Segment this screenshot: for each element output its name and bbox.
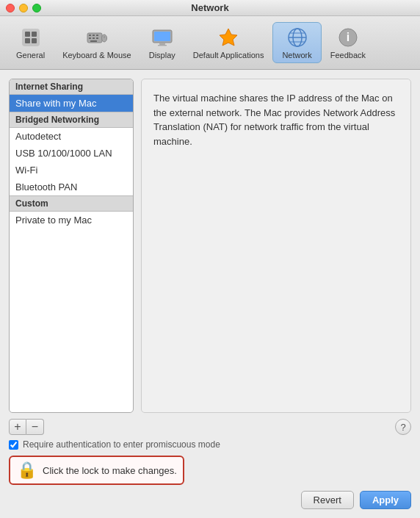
svg-rect-0 <box>22 29 40 46</box>
apply-button[interactable]: Apply <box>360 491 411 509</box>
toolbar-label-default-applications: Default Applications <box>193 51 264 60</box>
lock-area[interactable]: 🔒 Click the lock to make changes. <box>9 456 184 485</box>
right-panel: The virtual machine shares the IP addres… <box>141 79 411 413</box>
toolbar-item-feedback[interactable]: i Feedback <box>322 23 374 62</box>
svg-rect-1 <box>25 32 30 37</box>
svg-rect-3 <box>25 38 30 43</box>
lock-text: Click the lock to make changes. <box>43 465 177 476</box>
checkbox-label: Require authentication to enter promiscu… <box>23 439 220 450</box>
svg-rect-12 <box>90 40 97 42</box>
toolbar-item-keyboard-mouse[interactable]: Keyboard & Mouse <box>54 23 140 62</box>
revert-button[interactable]: Revert <box>301 491 354 509</box>
network-icon <box>286 26 309 49</box>
keyboard-mouse-icon <box>85 26 109 49</box>
list-item-autodetect[interactable]: Autodetect <box>10 128 133 145</box>
group-header-internet-sharing: Internet Sharing <box>10 79 133 95</box>
promiscuous-checkbox[interactable] <box>9 440 18 450</box>
window-title: Network <box>191 2 228 13</box>
help-button[interactable]: ? <box>395 419 411 435</box>
list-item-share-with-mac[interactable]: Share with my Mac <box>10 95 133 112</box>
lock-icon: 🔒 <box>16 460 37 481</box>
maximize-button[interactable] <box>32 4 41 12</box>
toolbar-label-feedback: Feedback <box>330 51 366 60</box>
toolbar-item-display[interactable]: Display <box>140 23 184 62</box>
svg-rect-11 <box>96 37 98 39</box>
toolbar-item-default-applications[interactable]: Default Applications <box>184 23 273 62</box>
svg-rect-7 <box>93 35 95 36</box>
toolbar: General Keyboard & Mouse <box>0 16 420 70</box>
list-item-wifi[interactable]: Wi-Fi <box>10 162 133 179</box>
default-apps-icon <box>217 26 240 49</box>
remove-button[interactable]: − <box>26 419 44 435</box>
group-header-bridged-networking: Bridged Networking <box>10 112 133 128</box>
svg-rect-18 <box>158 45 167 46</box>
toolbar-item-general[interactable]: General <box>7 23 54 62</box>
svg-rect-10 <box>93 37 95 39</box>
minimize-button[interactable] <box>19 4 28 12</box>
toolbar-item-network[interactable]: Network <box>272 22 321 63</box>
feedback-icon: i <box>336 26 360 49</box>
bottom-area: + − ? Require authentication to enter pr… <box>9 419 411 509</box>
main-content: Internet Sharing Share with my Mac Bridg… <box>0 70 420 518</box>
add-button[interactable]: + <box>9 419 26 435</box>
toolbar-label-general: General <box>16 51 45 60</box>
group-header-custom: Custom <box>10 195 133 212</box>
svg-text:i: i <box>347 31 350 43</box>
content-area: Internet Sharing Share with my Mac Bridg… <box>9 79 411 413</box>
svg-rect-6 <box>89 35 91 36</box>
general-icon <box>19 26 43 49</box>
traffic-lights <box>6 4 41 12</box>
svg-rect-17 <box>159 43 165 45</box>
description-text: The virtual machine shares the IP addres… <box>153 91 399 148</box>
display-icon <box>151 26 174 49</box>
controls-row: + − ? <box>9 419 411 435</box>
close-button[interactable] <box>6 4 15 12</box>
toolbar-label-display: Display <box>149 51 175 60</box>
checkbox-row: Require authentication to enter promiscu… <box>9 439 411 450</box>
list-controls: + − <box>9 419 44 435</box>
svg-rect-2 <box>32 32 37 37</box>
svg-rect-8 <box>96 35 98 36</box>
svg-rect-16 <box>154 32 170 41</box>
list-item-bluetooth-pan[interactable]: Bluetooth PAN <box>10 179 133 195</box>
toolbar-label-keyboard-mouse: Keyboard & Mouse <box>62 51 131 60</box>
list-item-usb-lan[interactable]: USB 10/100/1000 LAN <box>10 145 133 162</box>
list-item-private-to-mac[interactable]: Private to my Mac <box>10 212 133 229</box>
sidebar-list: Internet Sharing Share with my Mac Bridg… <box>9 79 134 413</box>
toolbar-label-network: Network <box>282 51 311 60</box>
titlebar: Network <box>0 0 420 16</box>
svg-rect-4 <box>32 38 37 43</box>
svg-rect-9 <box>89 37 91 39</box>
footer-buttons: Revert Apply <box>9 491 411 509</box>
